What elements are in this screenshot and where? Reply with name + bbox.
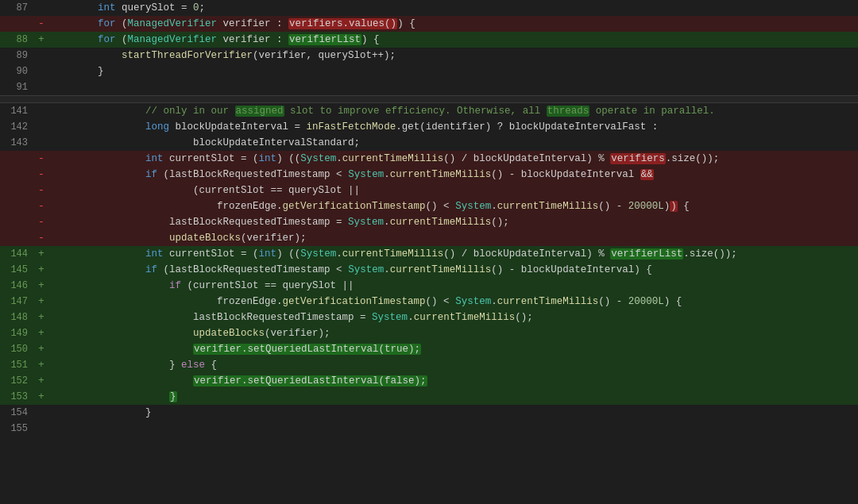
- code-line-90: 90 }: [0, 63, 858, 79]
- code-line-150: 150 + verifier.setQueriedLastInterval(tr…: [0, 341, 858, 357]
- code-line-148: 148 + lastBlockRequestedTimestamp = Syst…: [0, 310, 858, 325]
- code-line-removed-7: - updateBlocks(verifier);: [0, 230, 858, 246]
- code-line-87: 87 int querySlot = 0;: [0, 0, 858, 16]
- code-line-152: 152 + verifier.setQueriedLastInterval(fa…: [0, 373, 858, 389]
- code-line-153: 153 + }: [0, 389, 858, 405]
- code-line-145: 145 + if (lastBlockRequestedTimestamp < …: [0, 262, 858, 278]
- code-line-89: 89 startThreadForVerifier(verifier, quer…: [0, 48, 858, 63]
- code-line-143: 143 blockUpdateIntervalStandard;: [0, 135, 858, 151]
- code-line-149: 149 + updateBlocks(verifier);: [0, 325, 858, 341]
- code-line-removed-2: - int currentSlot = (int) ((System.curre…: [0, 151, 858, 167]
- code-line-155: 155: [0, 421, 858, 437]
- code-line-141: 141 // only in our assigned slot to impr…: [0, 103, 858, 119]
- code-line-144: 144 + int currentSlot = (int) ((System.c…: [0, 246, 858, 262]
- code-line-147: 147 + frozenEdge.getVerificationTimestam…: [0, 294, 858, 310]
- code-line-removed-6: - lastBlockRequestedTimestamp = System.c…: [0, 214, 858, 230]
- code-line-154: 154 }: [0, 405, 858, 421]
- code-line-142: 142 long blockUpdateInterval = inFastFet…: [0, 119, 858, 135]
- code-line-removed-5: - frozenEdge.getVerificationTimestamp() …: [0, 198, 858, 214]
- code-line-88: 88 + for (ManagedVerifier verifier : ver…: [0, 32, 858, 48]
- code-line-removed-1: - for (ManagedVerifier verifier : verifi…: [0, 16, 858, 32]
- diff-spacer: [0, 95, 858, 103]
- code-editor: 87 int querySlot = 0; - for (ManagedVeri…: [0, 0, 858, 504]
- code-line-removed-3: - if (lastBlockRequestedTimestamp < Syst…: [0, 167, 858, 183]
- code-line-removed-4: - (currentSlot == querySlot ||: [0, 183, 858, 198]
- code-line-146: 146 + if (currentSlot == querySlot ||: [0, 278, 858, 294]
- code-line-91: 91: [0, 79, 858, 95]
- code-line-151: 151 + } else {: [0, 357, 858, 373]
